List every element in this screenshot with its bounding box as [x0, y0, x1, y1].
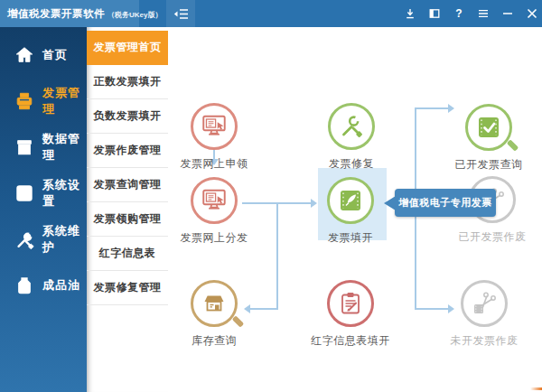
magnifier-handle: [232, 315, 244, 327]
settings-sliders-icon: [14, 183, 34, 203]
window-controls: ?: [404, 0, 538, 27]
sidebar: 首页 发票管理 数据管理: [0, 27, 87, 392]
close-icon[interactable]: [526, 5, 538, 22]
submenu-item-query-management[interactable]: 发票查询管理: [87, 168, 168, 202]
flowchart-area: 发票网上申领 发票修复 已开发票: [168, 27, 542, 392]
app-edition: （税务UKey版）: [107, 10, 162, 20]
node-stock-query[interactable]: 库存查询: [160, 280, 268, 349]
minimize-icon[interactable]: [501, 5, 514, 22]
node-invoice-online-apply[interactable]: 发票网上申领: [160, 103, 268, 172]
monitor-invoice-icon: [200, 112, 229, 141]
monitor-invoice-icon: [200, 186, 229, 215]
submenu-item-red-letter-form[interactable]: 红字信息表: [87, 237, 168, 271]
sidebar-item-home[interactable]: 首页: [0, 32, 87, 78]
clipboard-pen-icon: [337, 290, 364, 317]
oil-can-icon: [14, 275, 34, 295]
help-icon[interactable]: ?: [453, 5, 465, 22]
titlebar: 增值税发票开票软件 （税务UKey版）: [0, 0, 542, 27]
submenu-item-repair-management[interactable]: 发票修复管理: [87, 271, 168, 305]
node-invoice-online-distribute[interactable]: 发票网上分发: [160, 177, 268, 246]
sidebar-item-data-management[interactable]: 数据管理: [0, 124, 87, 170]
submenu-item-void-management[interactable]: 发票作废管理: [87, 134, 168, 168]
invoice-printer-icon: [14, 91, 34, 111]
magnifier-handle: [507, 139, 519, 151]
tooltip-text: 增值税电子专用发票: [398, 196, 492, 210]
magnifier-check-icon: [475, 114, 502, 141]
node-invoice-fill[interactable]: 发票填开: [296, 177, 405, 246]
app-window: 增值税发票开票软件 （税务UKey版）: [0, 0, 542, 392]
app-title-area: 增值税发票开票软件 （税务UKey版）: [0, 0, 139, 27]
submenu-item-positive-invoice[interactable]: 正数发票填开: [87, 65, 168, 99]
magnifier-store-icon: [201, 290, 228, 317]
node-invoice-repair[interactable]: 发票修复: [297, 103, 406, 172]
data-box-icon: [14, 137, 34, 157]
submenu-item-negative-invoice[interactable]: 负数发票填开: [87, 99, 168, 134]
wrench-screwdriver-icon: [14, 229, 34, 249]
tooltip-beak: [384, 196, 396, 210]
tooltip-electronic-special-invoice: 增值税电子专用发票: [395, 189, 496, 217]
app-title: 增值税发票开票软件: [7, 7, 105, 21]
update-icon[interactable]: [404, 5, 416, 22]
node-unissued-invoice-void[interactable]: 未开发票作废: [430, 280, 538, 349]
corner-resize-mark: [530, 387, 542, 390]
sidebar-item-invoice-management[interactable]: 发票管理: [0, 78, 87, 124]
submenu-item-purchase-management[interactable]: 发票领购管理: [87, 202, 168, 237]
submenu-item-invoice-home[interactable]: 发票管理首页: [87, 31, 168, 65]
repair-tools-icon: [337, 112, 366, 141]
sidebar-collapse-button[interactable]: [166, 0, 195, 27]
sidebar-item-system-settings[interactable]: 系统设置: [0, 170, 87, 216]
invoice-submenu: 发票管理首页 正数发票填开 负数发票填开 发票作废管理 发票查询管理 发票领购管…: [87, 27, 168, 392]
layout-icon[interactable]: [428, 5, 441, 22]
home-icon: [14, 45, 34, 65]
scissors-invoice-icon: [471, 290, 498, 317]
sidebar-item-refined-oil[interactable]: 成品油: [0, 262, 87, 308]
collapse-menu-icon: [173, 8, 189, 20]
invoice-quill-icon: [337, 187, 364, 214]
sidebar-item-system-maintenance[interactable]: 系统维护: [0, 216, 87, 262]
connector-branch-down: [276, 204, 278, 309]
menu-icon[interactable]: [477, 5, 490, 22]
node-issued-invoice-query[interactable]: 已开发票查询: [435, 104, 542, 173]
node-red-letter-form-fill[interactable]: 红字信息表填开: [296, 280, 405, 349]
